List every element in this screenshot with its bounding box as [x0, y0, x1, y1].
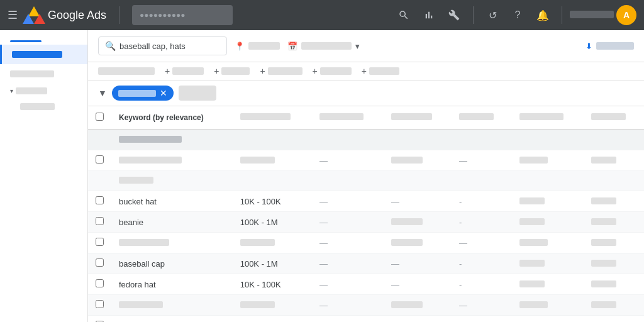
col-tab-add-5[interactable]: +	[362, 66, 399, 76]
help-nav-icon[interactable]: ?	[506, 4, 529, 26]
row-checkbox[interactable]	[96, 217, 104, 225]
row-checkbox[interactable]	[96, 196, 104, 204]
table-row: — —	[88, 316, 644, 323]
plus-icon-4: +	[313, 66, 318, 76]
keyword-cell: fedora hat	[111, 274, 233, 295]
download-button[interactable]: ⬇	[586, 42, 634, 51]
content-area: 🔍 baseball cap, hats 📍 📅 ▾ ⬇ +	[88, 30, 644, 322]
table-row: — —	[88, 233, 644, 253]
table-row: — —	[88, 295, 644, 316]
calendar-chevron: ▾	[355, 42, 360, 51]
table-row: — —	[88, 150, 644, 171]
table-row: beanie 100K - 1M — -	[88, 212, 644, 233]
nav-divider2	[473, 6, 474, 24]
hamburger-menu[interactable]: ☰	[8, 8, 18, 22]
notifications-nav-icon[interactable]: 🔔	[531, 4, 554, 26]
row-checkbox[interactable]	[96, 155, 104, 164]
plus-icon-1: +	[165, 66, 170, 76]
table-row-sub	[88, 171, 644, 191]
nav-icons: ↺ ? 🔔 A	[392, 4, 636, 26]
filter-icon[interactable]: ▼	[98, 88, 107, 98]
filter-tag-close[interactable]: ✕	[160, 88, 167, 98]
plus-icon-2: +	[214, 66, 219, 76]
download-icon: ⬇	[586, 42, 592, 51]
date-label	[301, 42, 352, 50]
keyword-search-bar: 🔍 baseball cap, hats 📍 📅 ▾ ⬇	[88, 30, 644, 62]
column-tabs: + + + + +	[88, 62, 644, 80]
location-filter[interactable]: 📍	[235, 42, 280, 51]
th-col2[interactable]	[233, 106, 312, 130]
th-col4[interactable]	[384, 106, 452, 130]
row-checkbox[interactable]	[96, 279, 104, 287]
group-label-1	[119, 136, 182, 143]
th-col6[interactable]	[512, 106, 584, 130]
th-col5[interactable]	[452, 106, 512, 130]
th-col3[interactable]	[312, 106, 384, 130]
sidebar: ▾	[0, 30, 88, 322]
nav-divider	[119, 6, 119, 24]
table-row: fedora hat 10K - 100K — — -	[88, 274, 644, 295]
keyword-input-wrap[interactable]: 🔍 baseball cap, hats	[98, 36, 227, 55]
logo-icon	[25, 6, 43, 24]
date-filter[interactable]: 📅 ▾	[287, 42, 360, 51]
col-tab-label-1	[98, 67, 155, 75]
keyword-cell: baseball cap	[111, 253, 233, 274]
calendar-icon: 📅	[287, 42, 297, 51]
nav-divider3	[562, 6, 562, 24]
row-checkbox[interactable]	[96, 300, 104, 308]
table-row: baseball cap 100K - 1M — — -	[88, 253, 644, 274]
group-row-1	[88, 130, 644, 150]
keyword-cell	[119, 157, 182, 164]
keyword-cell	[119, 239, 169, 246]
account-name	[570, 11, 614, 20]
select-all-checkbox[interactable]	[96, 113, 104, 121]
col-tab-add-2[interactable]: +	[214, 66, 250, 76]
location-icon: 📍	[235, 42, 245, 51]
th-col7[interactable]	[584, 106, 644, 130]
download-label	[596, 42, 634, 50]
keyword-search-input[interactable]: baseball cap, hats	[119, 42, 220, 51]
row-checkbox[interactable]	[96, 258, 104, 267]
sidebar-item-1[interactable]	[0, 45, 87, 64]
refresh-nav-icon[interactable]: ↺	[481, 4, 504, 26]
keyword-table: Keyword (by relevance)	[88, 106, 644, 322]
col-tab-add-1[interactable]: +	[165, 66, 204, 76]
app-title: Google Ads	[48, 9, 106, 22]
main-layout: ▾ 🔍 baseball cap, hats 📍 📅 ▾ ⬇	[0, 30, 644, 322]
row-checkbox[interactable]	[96, 238, 104, 246]
plus-icon-3: +	[260, 66, 265, 76]
search-icon: 🔍	[105, 41, 116, 51]
top-nav: ☰ Google Ads ●●●●●●●●●● ↺ ? 🔔 A	[0, 0, 644, 30]
filter-row: ▼ ✕	[88, 80, 644, 106]
col-tab-add-4[interactable]: +	[313, 66, 352, 76]
col-tab-add-3[interactable]: +	[260, 66, 302, 76]
th-checkbox[interactable]	[88, 106, 111, 130]
app-logo: Google Ads	[25, 6, 106, 24]
nav-search[interactable]: ●●●●●●●●●●	[132, 5, 233, 25]
settings-nav-icon[interactable]	[443, 4, 465, 26]
filter-tag-1[interactable]: ✕	[112, 86, 174, 101]
filter-extra[interactable]	[179, 86, 216, 101]
keyword-cell: beanie	[111, 212, 233, 233]
avatar[interactable]: A	[616, 5, 636, 25]
keyword-cell: bucket hat	[111, 191, 233, 212]
chart-nav-icon[interactable]	[418, 4, 440, 26]
plus-icon-5: +	[362, 66, 367, 76]
keyword-cell	[119, 301, 163, 308]
th-keyword[interactable]: Keyword (by relevance)	[111, 106, 233, 130]
location-label	[248, 42, 280, 50]
table-row: bucket hat 10K - 100K — — -	[88, 191, 644, 212]
sub-bar	[119, 177, 153, 184]
search-nav-icon[interactable]	[392, 4, 415, 26]
filter-tag-text	[118, 90, 156, 97]
table-header-row: Keyword (by relevance)	[88, 106, 644, 130]
